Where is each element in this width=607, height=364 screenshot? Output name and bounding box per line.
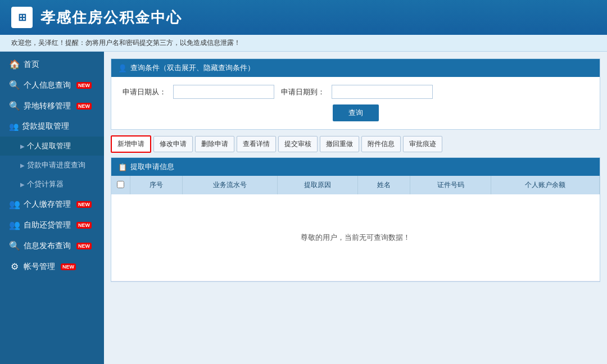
table-panel-header: 📋 提取申请信息 xyxy=(111,158,600,176)
table-header-icon: 📋 xyxy=(118,163,127,171)
start-date-label: 申请日期从： xyxy=(123,87,166,97)
sidebar-item-personal-info[interactable]: 🔍 个人信息查询 NEW xyxy=(0,75,104,95)
empty-row: 尊敬的用户，当前无可查询数据！ xyxy=(111,194,600,281)
people-icon-1: 👥 xyxy=(9,122,19,131)
table-header-row: 序号 业务流水号 提取原因 姓名 证件号码 个人账户余额 xyxy=(111,176,600,194)
btn-approve[interactable]: 审批痕迹 xyxy=(403,136,442,152)
query-button[interactable]: 查询 xyxy=(333,104,379,121)
header-logo: ⊞ xyxy=(11,7,33,28)
sidebar-sub-item-loan-calc[interactable]: ▶ 个贷计算器 xyxy=(0,175,104,194)
sidebar-label-account: 帐号管理 xyxy=(24,262,55,272)
sidebar-sub-label-personal-withdraw: 个人提取管理 xyxy=(27,141,71,151)
sidebar-label-info: 信息发布查询 xyxy=(24,241,71,251)
sidebar-label-transfer: 异地转移管理 xyxy=(24,101,71,111)
arrow-icon-3: ▶ xyxy=(20,181,25,188)
col-flow-no: 业务流水号 xyxy=(183,176,277,194)
sidebar-item-loan[interactable]: 👥 贷款提取管理 xyxy=(0,116,104,136)
badge-new-1: NEW xyxy=(76,82,92,89)
sidebar-item-deposit[interactable]: 👥 个人缴存管理 NEW xyxy=(0,194,104,215)
col-seq: 序号 xyxy=(130,176,183,194)
sidebar: 🏠 首页 🔍 个人信息查询 NEW 🔍 异地转移管理 NEW 👥 贷款提取管理 … xyxy=(0,52,104,364)
main-layout: 🏠 首页 🔍 个人信息查询 NEW 🔍 异地转移管理 NEW 👥 贷款提取管理 … xyxy=(0,52,607,364)
select-all-checkbox[interactable] xyxy=(117,181,124,188)
table-panel-title: 提取申请信息 xyxy=(130,162,174,172)
sidebar-item-account[interactable]: ⚙ 帐号管理 NEW xyxy=(0,256,104,277)
table-panel: 📋 提取申请信息 序号 业务流水号 提取原因 姓名 证件号码 个人账户余额 xyxy=(111,157,600,282)
btn-submit[interactable]: 提交审核 xyxy=(278,136,318,152)
query-row-dates: 申请日期从： 申请日期到： xyxy=(123,85,588,99)
sidebar-item-home[interactable]: 🏠 首页 xyxy=(0,54,104,75)
main-content: 👤 查询条件（双击展开、隐藏查询条件） 申请日期从： 申请日期到： 查询 新增申… xyxy=(104,52,607,364)
notice-text: 欢迎您，吴泽红！提醒：勿将用户名和密码提交第三方，以免造成信息泄露！ xyxy=(11,39,241,47)
badge-new-4: NEW xyxy=(76,222,92,229)
end-date-label: 申请日期到： xyxy=(281,87,325,97)
home-icon: 🏠 xyxy=(9,59,20,70)
btn-attach[interactable]: 附件信息 xyxy=(361,136,401,152)
btn-revoke[interactable]: 撤回重做 xyxy=(320,136,359,152)
search-icon-2: 🔍 xyxy=(9,101,20,111)
btn-delete[interactable]: 删除申请 xyxy=(195,136,234,152)
sidebar-label-repay: 自助还贷管理 xyxy=(24,220,71,230)
arrow-icon-2: ▶ xyxy=(20,162,25,169)
empty-message: 尊敬的用户，当前无可查询数据！ xyxy=(111,194,600,281)
people-icon-3: 👥 xyxy=(9,220,20,230)
sidebar-item-repay[interactable]: 👥 自助还贷管理 NEW xyxy=(0,215,104,235)
header-title: 孝感住房公积金中心 xyxy=(40,8,182,28)
sidebar-item-info[interactable]: 🔍 信息发布查询 NEW xyxy=(0,235,104,256)
start-date-input[interactable] xyxy=(173,85,274,99)
header: ⊞ 孝感住房公积金中心 xyxy=(0,0,607,35)
search-icon-1: 🔍 xyxy=(9,80,20,90)
btn-edit[interactable]: 修改申请 xyxy=(153,136,193,152)
sidebar-label-loan: 贷款提取管理 xyxy=(22,121,69,131)
badge-new-3: NEW xyxy=(76,201,92,208)
col-id: 证件号码 xyxy=(410,176,491,194)
query-buttons: 查询 xyxy=(123,104,588,121)
arrow-icon-1: ▶ xyxy=(20,143,25,149)
col-balance: 个人账户余额 xyxy=(491,176,599,194)
btn-add[interactable]: 新增申请 xyxy=(111,135,151,153)
sidebar-sub-item-personal-withdraw[interactable]: ▶ 个人提取管理 xyxy=(0,136,104,156)
logo-icon: ⊞ xyxy=(18,11,26,24)
notice-bar: 欢迎您，吴泽红！提醒：勿将用户名和密码提交第三方，以免造成信息泄露！ xyxy=(0,35,607,52)
gear-icon: ⚙ xyxy=(9,261,20,272)
toolbar: 新增申请 修改申请 删除申请 查看详情 提交审核 撤回重做 附件信息 审批痕迹 xyxy=(111,135,600,153)
data-table: 序号 业务流水号 提取原因 姓名 证件号码 个人账户余额 尊敬的用户，当前无可查… xyxy=(111,176,600,281)
badge-new-2: NEW xyxy=(76,103,92,110)
sidebar-item-transfer[interactable]: 🔍 异地转移管理 NEW xyxy=(0,95,104,116)
query-panel: 👤 查询条件（双击展开、隐藏查询条件） 申请日期从： 申请日期到： 查询 xyxy=(111,58,600,130)
col-reason: 提取原因 xyxy=(277,176,357,194)
empty-message-text: 尊敬的用户，当前无可查询数据！ xyxy=(117,199,594,276)
query-panel-icon: 👤 xyxy=(118,64,127,72)
sidebar-sub-item-loan-progress[interactable]: ▶ 贷款申请进度查询 xyxy=(0,156,104,175)
badge-new-5: NEW xyxy=(76,243,92,249)
col-name: 姓名 xyxy=(358,176,410,194)
btn-detail[interactable]: 查看详情 xyxy=(237,136,276,152)
query-panel-title: 查询条件（双击展开、隐藏查询条件） xyxy=(130,63,255,73)
sidebar-label-personal-info: 个人信息查询 xyxy=(24,80,71,90)
sidebar-label-deposit: 个人缴存管理 xyxy=(24,199,71,210)
search-icon-3: 🔍 xyxy=(9,240,20,251)
query-panel-body: 申请日期从： 申请日期到： 查询 xyxy=(111,77,600,129)
sidebar-sub-label-loan-progress: 贷款申请进度查询 xyxy=(27,160,85,170)
people-icon-2: 👥 xyxy=(9,199,20,210)
col-checkbox xyxy=(111,176,130,194)
query-panel-header[interactable]: 👤 查询条件（双击展开、隐藏查询条件） xyxy=(111,59,600,77)
table-body: 尊敬的用户，当前无可查询数据！ xyxy=(111,194,600,281)
end-date-input[interactable] xyxy=(332,85,433,99)
badge-new-6: NEW xyxy=(61,263,76,270)
sidebar-sub-label-loan-calc: 个贷计算器 xyxy=(27,179,64,189)
sidebar-label-home: 首页 xyxy=(24,60,39,70)
